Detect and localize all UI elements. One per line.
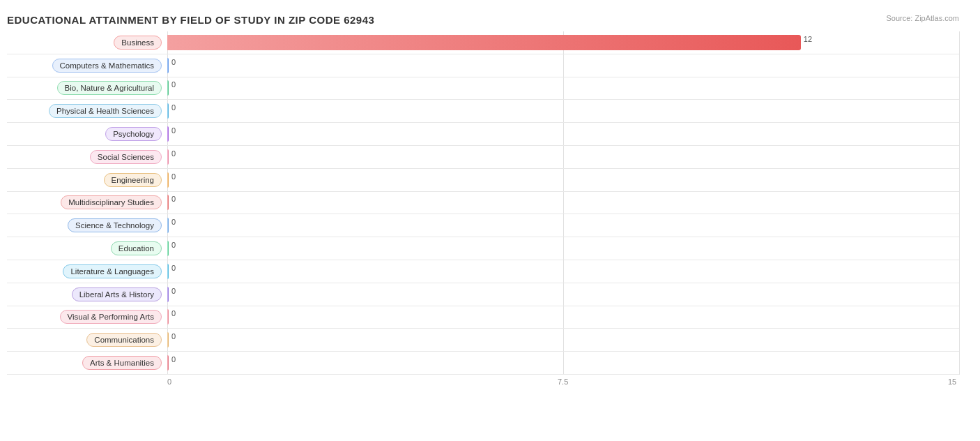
bar-track: 0 [167, 54, 959, 77]
bar-value: 0 [171, 287, 176, 295]
bar-value: 0 [171, 309, 176, 317]
bar-track: 0 [167, 169, 959, 191]
bar-value: 0 [171, 80, 176, 89]
bar-fill: 0 [167, 195, 169, 210]
bar-row: Physical & Health Sciences0 [7, 100, 959, 123]
label-pill: Multidisciplinary Studies [61, 195, 162, 209]
bar-row: Psychology0 [7, 123, 959, 146]
bar-fill: 0 [167, 241, 169, 256]
bar-value: 0 [171, 218, 176, 226]
bar-label: Literature & Languages [7, 264, 167, 278]
bar-value: 0 [171, 126, 176, 135]
bar-row: Visual & Performing Arts0 [7, 306, 959, 329]
bar-track: 0 [167, 192, 959, 214]
bar-row: Business12 [7, 31, 959, 54]
bar-track: 0 [167, 352, 959, 374]
bar-row: Arts & Humanities0 [7, 352, 959, 375]
bar-fill: 0 [167, 126, 169, 142]
bar-value: 0 [171, 195, 176, 203]
bar-row: Social Sciences0 [7, 146, 959, 169]
label-pill: Communications [86, 333, 162, 347]
chart-container: EDUCATIONAL ATTAINMENT BY FIELD OF STUDY… [0, 0, 980, 441]
bar-track: 0 [167, 306, 959, 329]
bar-fill: 0 [167, 264, 169, 279]
bar-fill: 0 [167, 149, 169, 165]
grid-line [959, 31, 960, 375]
bar-fill: 0 [167, 332, 169, 347]
bar-fill: 0 [167, 80, 169, 96]
bar-label: Multidisciplinary Studies [7, 195, 167, 209]
bar-value: 0 [171, 103, 176, 112]
bar-label: Social Sciences [7, 150, 167, 164]
bar-value: 0 [171, 355, 176, 364]
label-pill: Social Sciences [90, 150, 162, 164]
bar-value: 0 [171, 332, 176, 341]
bar-fill: 0 [167, 103, 169, 119]
label-pill: Literature & Languages [63, 264, 162, 278]
bar-row: Science & Technology0 [7, 214, 959, 237]
label-pill: Psychology [105, 127, 162, 141]
bar-track: 0 [167, 237, 959, 260]
bar-row: Liberal Arts & History0 [7, 283, 959, 306]
bar-label: Arts & Humanities [7, 356, 167, 370]
x-axis-label: 7.5 [558, 378, 568, 386]
bar-fill: 0 [167, 355, 169, 371]
bar-label: Computers & Mathematics [7, 59, 167, 73]
bar-label: Business [7, 36, 167, 50]
x-axis: 07.515 [167, 375, 959, 389]
bar-row: Engineering0 [7, 169, 959, 192]
x-axis-label: 15 [948, 378, 956, 386]
bar-fill: 0 [167, 218, 169, 233]
bar-label: Physical & Health Sciences [7, 104, 167, 118]
bar-value: 0 [171, 264, 176, 272]
label-pill: Engineering [104, 173, 162, 187]
bar-track: 0 [167, 214, 959, 237]
bar-value: 0 [171, 149, 176, 158]
source-label: Source: ZipAtlas.com [886, 14, 959, 22]
bar-label: Psychology [7, 127, 167, 141]
bar-track: 0 [167, 260, 959, 283]
label-pill: Business [114, 36, 162, 50]
label-pill: Visual & Performing Arts [60, 310, 162, 324]
bar-value: 0 [171, 172, 176, 181]
chart-title: EDUCATIONAL ATTAINMENT BY FIELD OF STUDY… [7, 14, 959, 26]
bar-label: Liberal Arts & History [7, 287, 167, 301]
bar-value: 0 [171, 241, 176, 249]
label-pill: Bio, Nature & Agricultural [57, 81, 162, 95]
label-pill: Education [111, 241, 162, 255]
bar-row: Computers & Mathematics0 [7, 54, 959, 77]
bar-track: 12 [167, 31, 959, 54]
bar-track: 0 [167, 329, 959, 351]
label-pill: Liberal Arts & History [72, 287, 162, 301]
label-pill: Computers & Mathematics [52, 59, 162, 73]
bar-fill: 12 [167, 35, 801, 50]
bar-label: Science & Technology [7, 218, 167, 232]
bar-value: 12 [804, 35, 812, 43]
bar-label: Communications [7, 333, 167, 347]
bars-section: Business12Computers & Mathematics0Bio, N… [7, 31, 959, 375]
bar-value: 0 [171, 58, 176, 66]
label-pill: Physical & Health Sciences [49, 104, 162, 118]
label-pill: Arts & Humanities [82, 356, 162, 370]
bar-label: Bio, Nature & Agricultural [7, 81, 167, 95]
bar-track: 0 [167, 100, 959, 122]
x-axis-label: 0 [167, 378, 171, 386]
bar-row: Communications0 [7, 329, 959, 352]
bar-row: Literature & Languages0 [7, 260, 959, 283]
bar-track: 0 [167, 283, 959, 306]
bar-row: Bio, Nature & Agricultural0 [7, 77, 959, 100]
bar-track: 0 [167, 123, 959, 145]
bar-fill: 0 [167, 287, 169, 302]
label-pill: Science & Technology [68, 218, 162, 232]
bar-row: Multidisciplinary Studies0 [7, 192, 959, 215]
bar-track: 0 [167, 77, 959, 100]
bar-fill: 0 [167, 172, 169, 188]
bar-row: Education0 [7, 237, 959, 260]
bar-fill: 0 [167, 309, 169, 324]
bar-fill: 0 [167, 58, 169, 73]
bar-track: 0 [167, 146, 959, 168]
bar-label: Education [7, 241, 167, 255]
bar-label: Visual & Performing Arts [7, 310, 167, 324]
chart-area: Business12Computers & Mathematics0Bio, N… [7, 31, 959, 389]
bar-label: Engineering [7, 173, 167, 187]
